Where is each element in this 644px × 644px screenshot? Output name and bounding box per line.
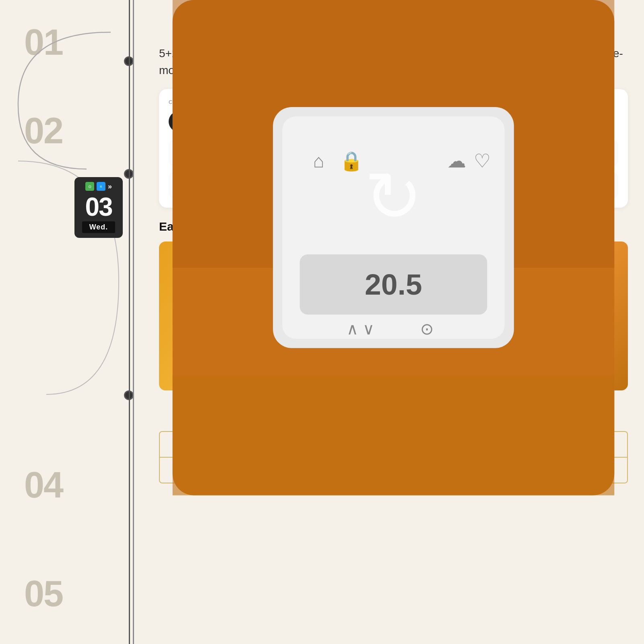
device-day-number: 03 [85, 194, 112, 220]
photos-row: ↻ 20.5 ⌂ 🔒 ☁ ♡ ∧ ∨ ⊙ [159, 242, 628, 390]
main-content: Weekly Programmable Function 5+2/6+1/7 d… [143, 0, 644, 495]
device-icons-row: ⊙ ≡ » [85, 182, 112, 191]
curve-decoration-1 [14, 32, 127, 173]
device-icon-green: ⊙ [85, 182, 94, 191]
device-panel: ⊙ ≡ » 03 Wed. [74, 177, 123, 238]
thermostat-illustration: ↻ 20.5 ⌂ 🔒 ☁ ♡ ∧ ∨ ⊙ [426, 242, 628, 390]
device-arrow: » [108, 182, 112, 191]
vertical-line-left [129, 0, 130, 644]
device-day-label: Wed. [82, 221, 116, 233]
vertical-line-left2 [133, 0, 134, 644]
svg-text:⊙: ⊙ [426, 320, 434, 338]
device-icon-blue: ≡ [97, 182, 105, 191]
photo-thermostat: ↻ 20.5 ⌂ 🔒 ☁ ♡ ∧ ∨ ⊙ [426, 242, 628, 390]
svg-rect-34 [426, 375, 614, 390]
step-04: 04 [24, 467, 63, 503]
svg-rect-26 [426, 254, 487, 315]
step-05: 05 [24, 576, 63, 612]
